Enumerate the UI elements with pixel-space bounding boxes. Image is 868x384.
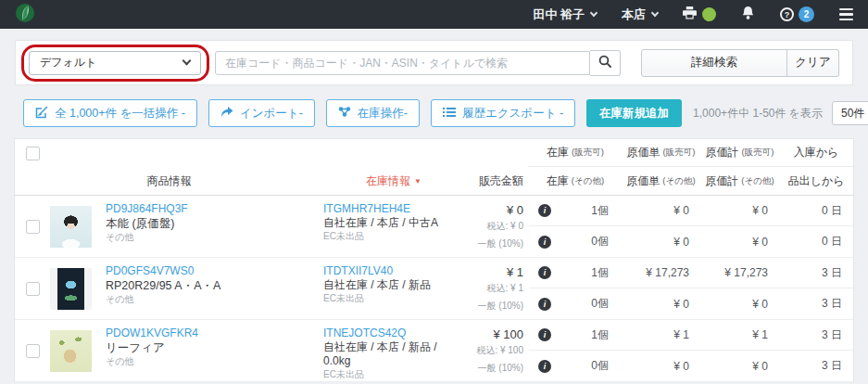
- product-name: RP20R29/95 A・A・A: [106, 278, 323, 293]
- notifications[interactable]: [741, 6, 755, 23]
- user-name: 田中 裕子: [533, 6, 585, 23]
- stock-code-link[interactable]: ITDTXII7LV40: [323, 264, 464, 278]
- select-all-checkbox[interactable]: [26, 147, 40, 160]
- product-code-link[interactable]: PD9J864FHQ3F: [106, 202, 323, 216]
- printer-status[interactable]: [683, 6, 716, 22]
- user-menu[interactable]: 田中 裕子: [533, 6, 597, 23]
- detail-search-button[interactable]: 詳細検索: [641, 49, 787, 77]
- info-icon[interactable]: [538, 266, 551, 279]
- unit-cost-sellable: ¥ 0: [622, 196, 700, 226]
- clear-button[interactable]: クリア: [787, 49, 839, 77]
- col-header-since-shelved: 品出しから: [779, 167, 853, 195]
- page-size-value: 50件: [841, 106, 864, 122]
- product-info-cell: PD0GFS4V7WS0 RP20R29/95 A・A・A その他: [106, 258, 323, 319]
- edit-icon: [35, 106, 48, 122]
- stock-operations-button[interactable]: 在庫操作-: [326, 99, 420, 127]
- chevron-down-icon: [651, 9, 659, 17]
- total-cost-sellable: ¥ 1: [700, 320, 779, 351]
- add-inventory-button[interactable]: 在庫新規追加: [586, 99, 682, 127]
- product-category: その他: [106, 355, 323, 368]
- search-input[interactable]: [215, 51, 590, 75]
- bulk-action-button[interactable]: 全 1,000+件 を一括操作 -: [23, 99, 197, 127]
- sales-amount-cell: ¥ 0 税込: ¥ 0 一般 (10%): [464, 196, 529, 257]
- sales-price: ¥ 100: [464, 327, 523, 341]
- sales-price: ¥ 0: [464, 203, 523, 217]
- unit-cost-other: ¥ 0: [622, 288, 700, 319]
- col-header-unit-cost-other: 原価単(その他): [622, 167, 700, 195]
- stock-qty-sellable: 1個: [560, 320, 622, 351]
- product-thumbnail[interactable]: [50, 268, 92, 310]
- sales-price-tax: 税込: ¥ 100: [464, 344, 523, 357]
- days-since-received: 3 日: [779, 320, 853, 351]
- info-icon[interactable]: [538, 236, 551, 249]
- ec-status: EC未出品: [323, 368, 464, 381]
- product-info-cell: PDOW1KVGFKR4 リーフィア その他: [106, 320, 323, 381]
- sales-amount-cell: ¥ 1 税込: ¥ 1 一般 (10%): [464, 258, 529, 319]
- col-header-sales-amount: 販売金額: [464, 173, 529, 189]
- store-menu[interactable]: 本店: [622, 6, 658, 23]
- list-icon: [443, 107, 456, 121]
- col-header-stock-info[interactable]: 在庫情報 ▼: [323, 173, 464, 189]
- sales-price-tax: 税込: ¥ 1: [464, 282, 523, 295]
- product-name: 本能 (原価盤): [106, 216, 323, 231]
- stock-qty-other: 0個: [560, 226, 622, 257]
- table-row: PD9J864FHQ3F 本能 (原価盤) その他 ITGMHR7HEH4E 自…: [15, 196, 853, 258]
- sales-price-tax: 税込: ¥ 0: [464, 220, 523, 233]
- col-header-total-cost-sellable: 原価計(販売可): [700, 139, 779, 167]
- sales-price: ¥ 1: [464, 265, 523, 279]
- history-export-button[interactable]: 履歴エクスポート -: [431, 99, 575, 127]
- product-thumbnail[interactable]: [50, 330, 92, 372]
- share-nodes-icon: [338, 106, 351, 121]
- app-logo[interactable]: [15, 3, 35, 27]
- table-body: PD9J864FHQ3F 本能 (原価盤) その他 ITGMHR7HEH4E 自…: [15, 196, 853, 382]
- days-since-received: 0 日: [779, 196, 853, 226]
- question-icon: [780, 7, 794, 21]
- store-name: 本店: [622, 6, 646, 23]
- tax-class: 一般 (10%): [464, 362, 523, 375]
- col-header-unit-cost-sellable: 原価単(販売可): [622, 139, 700, 167]
- info-icon[interactable]: [538, 360, 551, 373]
- help-menu[interactable]: 2: [780, 6, 814, 22]
- stock-code-link[interactable]: ITNEJOTCS42Q: [323, 326, 464, 340]
- unit-cost-sellable: ¥ 17,273: [622, 258, 700, 288]
- filter-select[interactable]: デフォルト: [29, 51, 201, 75]
- stock-location: 自社在庫 / 本店 / 新品 /: [323, 340, 464, 354]
- row-checkbox[interactable]: [26, 220, 40, 234]
- hamburger-menu-icon[interactable]: [839, 8, 853, 21]
- info-icon[interactable]: [538, 328, 551, 341]
- search-button[interactable]: [590, 50, 621, 76]
- search-panel: デフォルト 詳細検索 クリア: [15, 40, 853, 85]
- filter-select-value: デフォルト: [40, 55, 183, 70]
- total-cost-other: ¥ 0: [700, 226, 779, 257]
- unit-cost-other: ¥ 0: [622, 351, 700, 381]
- printer-icon: [683, 6, 697, 22]
- product-code-link[interactable]: PD0GFS4V7WS0: [106, 264, 323, 278]
- stock-code-link[interactable]: ITGMHR7HEH4E: [323, 202, 464, 216]
- tax-class: 一般 (10%): [464, 300, 523, 313]
- stock-info-cell: ITGMHR7HEH4E 自社在庫 / 本店 / 中古A EC未出品: [323, 196, 464, 257]
- product-category: その他: [106, 231, 323, 244]
- info-icon[interactable]: [538, 204, 551, 217]
- stock-weight: 0.0kg: [323, 354, 464, 368]
- import-button[interactable]: インポート-: [208, 99, 315, 127]
- product-category: その他: [106, 293, 323, 306]
- row-checkbox[interactable]: [26, 282, 40, 296]
- col-header-since-received: 入庫から: [779, 139, 853, 167]
- product-name: リーフィア: [106, 340, 323, 355]
- unit-cost-sellable: ¥ 1: [622, 320, 700, 351]
- toolbar: 全 1,000+件 を一括操作 - インポート- 在庫操作-: [23, 99, 853, 127]
- days-since-shelved: 3 日: [779, 351, 853, 381]
- product-thumbnail[interactable]: [50, 206, 92, 248]
- inventory-table: 商品情報 在庫情報 ▼ 販売金額 在庫(販売可) 原価単(販売可) 原価計(販売…: [14, 138, 854, 382]
- page-size-select[interactable]: 50件: [832, 101, 868, 125]
- stock-qty-other: 0個: [560, 288, 622, 319]
- stock-qty-other: 0個: [560, 351, 622, 381]
- row-checkbox[interactable]: [26, 344, 40, 358]
- inventory-page: 田中 裕子 本店: [0, 0, 868, 384]
- table-header: 商品情報 在庫情報 ▼ 販売金額 在庫(販売可) 原価単(販売可) 原価計(販売…: [15, 139, 853, 196]
- info-icon[interactable]: [538, 298, 551, 311]
- help-badge: 2: [799, 6, 814, 22]
- product-code-link[interactable]: PDOW1KVGFKR4: [106, 326, 323, 340]
- col-header-product: 商品情報: [15, 173, 323, 189]
- unit-cost-other: ¥ 0: [622, 226, 700, 257]
